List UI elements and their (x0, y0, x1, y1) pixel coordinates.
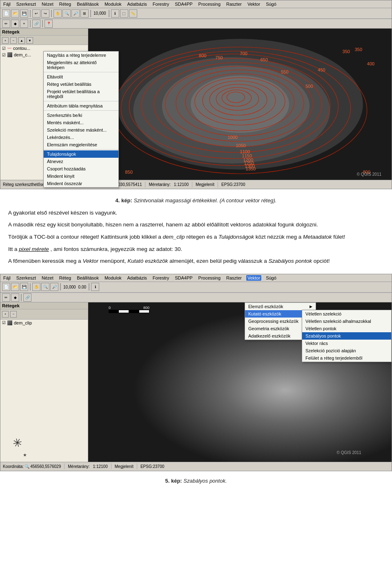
menu2-szerkeszt[interactable]: Szerkeszt (15, 275, 37, 281)
ctx-project-crs[interactable]: Projekt vetület beállítása a rétegből (44, 88, 118, 100)
save2-btn[interactable]: 💾 (20, 283, 28, 291)
redo-btn[interactable]: ↪ (41, 9, 49, 18)
scale-input[interactable]: 10,000 (93, 11, 107, 16)
menu2-processing[interactable]: Processing (197, 275, 222, 281)
menu2-beallitasok[interactable]: Beállítások (76, 275, 100, 281)
render2-label[interactable]: Megjelenít (115, 464, 134, 469)
menu-fajl[interactable]: Fájl (2, 1, 12, 7)
menu2-raszter[interactable]: Raszter (225, 275, 243, 281)
edit2-btn[interactable]: ✏ (2, 293, 10, 302)
zoom-out-btn[interactable]: 🔎 (71, 9, 80, 18)
menu-sugo[interactable]: Súgó (265, 1, 278, 7)
zoomin2-btn[interactable]: 🔍 (41, 283, 49, 291)
identify2-btn[interactable]: ℹ (91, 283, 99, 291)
sub-veletlen-pont[interactable]: Véletlen pontok (302, 325, 391, 332)
zoom-in-btn[interactable]: 🔍 (62, 9, 71, 18)
menu-forestry[interactable]: Forestry (151, 1, 170, 7)
menu-vektor[interactable]: Vektor (246, 1, 261, 7)
sub-veletlen-sel[interactable]: Véletlen szelekció (302, 310, 391, 318)
sub-szelekcio-pozicio[interactable]: Szelekció pozíció alapján (302, 347, 391, 354)
layer-checkbox-dem[interactable]: ☑ (2, 53, 6, 57)
edit-btn[interactable]: ✏ (2, 20, 10, 28)
map-canvas-1[interactable]: 0800 (88, 29, 392, 180)
layer-down-btn[interactable]: ▼ (27, 37, 33, 44)
scale2-input[interactable]: 10,000 (62, 285, 77, 289)
node-btn[interactable]: ◆ (11, 20, 19, 28)
zoomout2-btn[interactable]: 🔎 (50, 283, 58, 291)
menu-nezet[interactable]: Nézet (40, 1, 55, 7)
layer2-item-dem[interactable]: ☑ dem_clip (0, 320, 88, 326)
layer-remove-btn[interactable]: − (10, 37, 17, 44)
ctx-expand-all[interactable]: Mindent kinyit (44, 172, 118, 180)
ctx-zoom-extent[interactable]: Nagyítás a réteg terjedelemre (44, 51, 118, 59)
vector-menu-elemzo[interactable]: Elemző eszközök (245, 303, 316, 310)
sub-vektor-racs[interactable]: Vektor rács (302, 340, 391, 347)
zoom-full-btn[interactable]: ⊞ (80, 9, 89, 18)
ctx-rename[interactable]: Átnevez (44, 158, 118, 165)
ctx-toggle-edit[interactable]: Szerkesztés be/ki (44, 112, 118, 119)
layer-item-contour[interactable]: ☑ 〰 contou... (0, 45, 88, 51)
epsg-value-2[interactable]: EPSG:23700 (140, 464, 164, 469)
ctx-layer-crs[interactable]: Réteg vetület beállítás (44, 81, 118, 88)
layer-up-btn[interactable]: ▲ (18, 37, 25, 44)
layer2-checkbox[interactable]: ☑ (2, 320, 6, 325)
pan-btn[interactable]: ✋ (53, 9, 62, 18)
ctx-add-group[interactable]: Csoport hozzáadás (44, 165, 118, 172)
ctx-collapse-all[interactable]: Mindent összezár (44, 180, 118, 187)
ctx-count[interactable]: Elemszám megjelenítése (44, 141, 118, 148)
new2-btn[interactable]: 📄 (2, 283, 10, 291)
layer-checkbox[interactable]: ☑ (2, 46, 6, 51)
new-project-btn[interactable]: 📄 (2, 9, 10, 18)
ctx-open-attr[interactable]: Attribútum tábla megnyitása (44, 102, 118, 110)
sub-veletlen-alh[interactable]: Véletlen szelekció alhalmazokkal (302, 318, 391, 325)
toolbar-row-1: 📄 📂 💾 ↩ ↪ ✋ 🔍 🔎 ⊞ 10,000 ℹ ⬚ 📏 (0, 8, 392, 19)
menu2-nezet[interactable]: Nézet (40, 275, 55, 281)
undo-btn[interactable]: ↩ (32, 9, 40, 18)
ctx-save-sel[interactable]: Szelekció mentése másként... (44, 126, 118, 134)
menu-processing[interactable]: Processing (197, 1, 222, 7)
menu2-forestry[interactable]: Forestry (151, 275, 170, 281)
ctx-remove[interactable]: Eltávolít (44, 73, 118, 81)
map-canvas-2[interactable]: 0 800 (88, 302, 392, 462)
menu-adatbazis[interactable]: Adatbázis (126, 1, 148, 7)
menu-beallitasok[interactable]: Beállítások (76, 1, 100, 7)
select-btn[interactable]: ⬚ (120, 9, 128, 18)
node2-btn[interactable]: ◆ (11, 293, 19, 302)
layer2-remove-btn[interactable]: − (10, 311, 17, 318)
open-btn[interactable]: 📂 (11, 9, 19, 18)
menu-szerkeszt[interactable]: Szerkeszt (15, 1, 37, 7)
pan2-btn[interactable]: ✋ (32, 283, 40, 291)
menu2-fajl[interactable]: Fájl (2, 275, 12, 281)
menu2-reteg[interactable]: Réteg (58, 275, 72, 281)
menu-reteg[interactable]: Réteg (58, 1, 72, 7)
snap2-btn[interactable]: 🔗 (23, 293, 31, 302)
identify-btn[interactable]: ℹ (111, 9, 119, 18)
ctx-query[interactable]: Lekérdezés... (44, 134, 118, 141)
svg-text:© QGIS 2011: © QGIS 2011 (357, 172, 382, 177)
sub-felulet-terjedelem[interactable]: Felület a réteg terjedelemből (302, 354, 391, 362)
render-label[interactable]: Megjelenít (196, 182, 214, 187)
menu-raszter[interactable]: Raszter (225, 1, 243, 7)
open2-btn[interactable]: 📂 (11, 283, 19, 291)
layer2-add-btn[interactable]: + (2, 311, 9, 318)
coord-btn[interactable]: 📍 (45, 20, 53, 28)
layer-add-btn[interactable]: + (2, 37, 9, 44)
save-btn[interactable]: 💾 (20, 9, 28, 18)
coord2-input[interactable]: 0.00 (78, 285, 87, 289)
measure-btn[interactable]: 📏 (129, 9, 137, 18)
menu2-vektor[interactable]: Vektor (246, 275, 261, 281)
menu2-sda4pp[interactable]: SDA4PP (174, 275, 194, 281)
sub-szabalyos-pont[interactable]: Szabályos pontok (302, 332, 391, 340)
menu-sda4pp[interactable]: SDA4PP (174, 1, 194, 7)
ctx-save-as[interactable]: Mentés másként... (44, 119, 118, 126)
menu-modulok[interactable]: Modulok (103, 1, 123, 7)
ctx-show-overview[interactable]: Megjelenítés az áttekintő térképen (44, 59, 118, 71)
menu2-modulok[interactable]: Modulok (103, 275, 123, 281)
menu2-adatbazis[interactable]: Adatbázis (126, 275, 148, 281)
menu2-sugo[interactable]: Súgó (265, 275, 278, 281)
add-feat-btn[interactable]: + (20, 20, 28, 28)
snap-btn[interactable]: 🔗 (32, 20, 40, 28)
ctx-properties[interactable]: Tulajdonságok (44, 150, 118, 158)
main-area-1: Rétegek + − ▲ ▼ ☑ 〰 contou... ☑ dem_c...… (0, 29, 392, 180)
epsg-value-1[interactable]: EPSG:23700 (221, 182, 245, 187)
